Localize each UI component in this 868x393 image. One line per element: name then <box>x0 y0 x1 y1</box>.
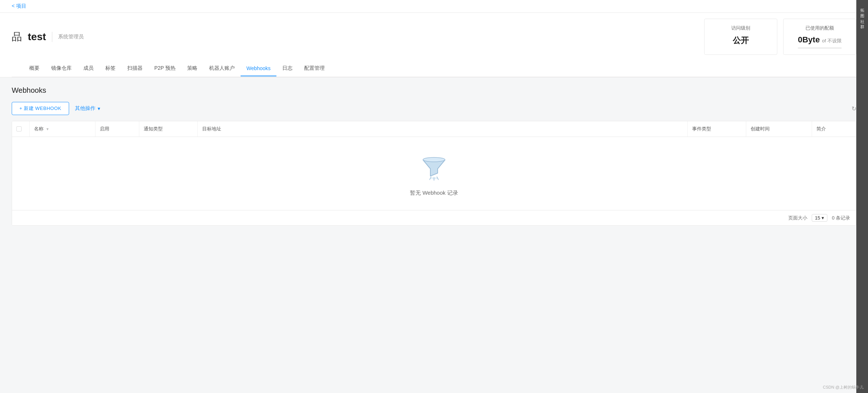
nav-tab-Webhooks[interactable]: Webhooks <box>241 61 276 76</box>
page-size-select[interactable]: 15 ▾ <box>812 214 827 222</box>
table-body: 暂无 Webhook 记录 <box>12 137 856 210</box>
nav-tab-机器人账户[interactable]: 机器人账户 <box>203 61 241 77</box>
side-panel: 拓图社群 <box>856 0 868 234</box>
page-size-chevron-icon: ▾ <box>822 215 824 221</box>
project-title-left: 品 test 系统管理员 <box>12 30 84 44</box>
nav-tab-日志[interactable]: 日志 <box>276 61 298 77</box>
back-link[interactable]: < 项目 <box>12 3 26 9</box>
nav-tab-策略[interactable]: 策略 <box>181 61 203 77</box>
title-divider <box>52 32 52 42</box>
table-column-4: 目标地址 <box>198 121 688 137</box>
nav-tabs: 概要镜像仓库成员标签扫描器P2P 预热策略机器人账户Webhooks日志配置管理 <box>12 61 856 77</box>
role-label: 系统管理员 <box>58 34 84 40</box>
toolbar: + 新建 WEBHOOK 其他操作 ▾ ↻ <box>12 102 856 115</box>
nav-tab-标签[interactable]: 标签 <box>99 61 121 77</box>
page-size-value: 15 <box>815 215 820 221</box>
quota-suffix: of 不设限 <box>822 38 841 43</box>
access-card-value: 公开 <box>716 35 765 46</box>
side-panel-item[interactable]: 群 <box>858 19 867 24</box>
table-column-0 <box>12 121 30 137</box>
nav-tab-P2P 预热[interactable]: P2P 预热 <box>148 61 181 77</box>
table-column-7: 简介 <box>812 121 856 137</box>
chevron-down-icon: ▾ <box>98 106 100 111</box>
nav-tab-扫描器[interactable]: 扫描器 <box>121 61 148 77</box>
table-header: 名称 ▼启用通知类型目标地址事件类型创建时间简介 <box>12 121 856 137</box>
table-column-3: 通知类型 <box>139 121 198 137</box>
table-column-1: 名称 ▼ <box>30 121 95 137</box>
project-header: 品 test 系统管理员 访问级别 公开 已使用的配额 0Byte of 不设限… <box>0 13 868 77</box>
nav-tab-镜像仓库[interactable]: 镜像仓库 <box>45 61 78 77</box>
record-count: 0 条记录 <box>832 215 850 221</box>
side-panel-item[interactable]: 社 <box>858 14 867 19</box>
svg-point-0 <box>423 157 445 162</box>
top-bar: < 项目 <box>0 0 868 13</box>
table-footer: 页面大小 15 ▾ 0 条记录 <box>12 210 856 225</box>
table-column-6: 创建时间 <box>746 121 812 137</box>
page-title: Webhooks <box>12 86 856 95</box>
more-actions-button[interactable]: 其他操作 ▾ <box>75 105 100 112</box>
main-content: Webhooks + 新建 WEBHOOK 其他操作 ▾ ↻ 名称 ▼启用通知类… <box>0 77 868 234</box>
refresh-icon: ↻ <box>852 106 856 112</box>
access-card-title: 访问级别 <box>716 25 765 31</box>
select-all-checkbox[interactable] <box>16 126 22 131</box>
quota-bar <box>798 47 842 49</box>
empty-text: 暂无 Webhook 记录 <box>410 190 458 196</box>
more-actions-label: 其他操作 <box>75 105 95 112</box>
page-size-label: 页面大小 <box>788 215 807 221</box>
table-column-5: 事件类型 <box>688 121 746 137</box>
project-icon: 品 <box>12 30 22 44</box>
webhooks-table: 名称 ▼启用通知类型目标地址事件类型创建时间简介 暂无 Webhook 记录 页… <box>12 121 856 226</box>
nav-tab-配置管理[interactable]: 配置管理 <box>298 61 331 77</box>
side-panel-item[interactable]: 拓 <box>858 3 867 8</box>
refresh-button[interactable]: ↻ <box>852 105 856 112</box>
quota-card-title: 已使用的配额 <box>795 25 844 31</box>
nav-tab-概要[interactable]: 概要 <box>23 61 45 77</box>
project-name: test <box>28 31 46 43</box>
side-panel-item[interactable]: 图 <box>858 8 867 13</box>
name-filter-icon[interactable]: ▼ <box>46 127 49 131</box>
empty-icon <box>419 153 449 184</box>
quota-card-value: 0Byte of 不设限 <box>795 35 844 45</box>
quota-card: 已使用的配额 0Byte of 不设限 <box>783 19 856 55</box>
table-column-2: 启用 <box>95 121 139 137</box>
new-webhook-button[interactable]: + 新建 WEBHOOK <box>12 102 69 115</box>
project-title-row: 品 test 系统管理员 访问级别 公开 已使用的配额 0Byte of 不设限 <box>12 19 856 55</box>
toolbar-left: + 新建 WEBHOOK 其他操作 ▾ <box>12 102 100 115</box>
access-card: 访问级别 公开 <box>704 19 777 55</box>
project-info-cards: 访问级别 公开 已使用的配额 0Byte of 不设限 <box>704 19 856 55</box>
nav-tab-成员[interactable]: 成员 <box>78 61 99 77</box>
